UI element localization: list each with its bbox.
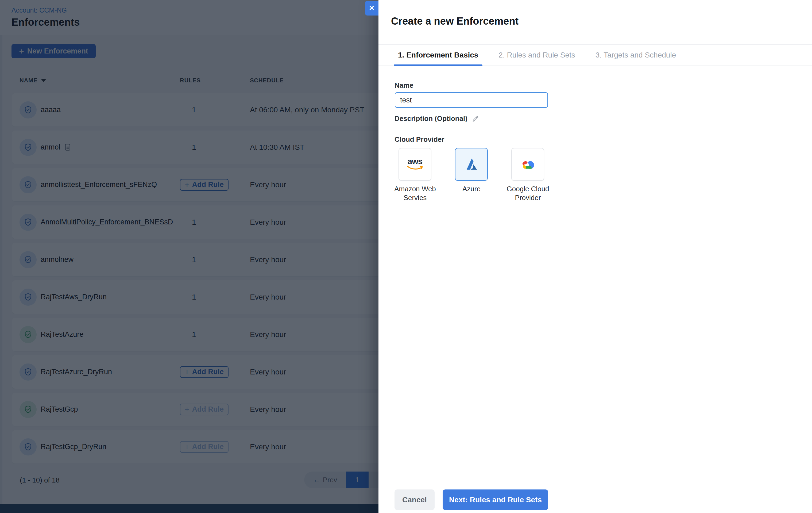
tab-targets-and-schedule[interactable]: 3. Targets and Schedule: [591, 45, 680, 65]
provider-card-aws[interactable]: aws: [399, 148, 431, 181]
name-input[interactable]: [395, 92, 548, 108]
provider-label-gcp: Google Cloud Provider: [495, 185, 560, 202]
provider-card-gcp[interactable]: [511, 148, 544, 181]
next-button[interactable]: Next: Rules and Rule Sets: [443, 489, 548, 510]
name-label: Name: [395, 81, 413, 89]
description-row: Description (Optional): [395, 114, 479, 123]
create-enforcement-modal: ✕ Create a new Enforcement 1. Enforcemen…: [378, 0, 812, 513]
edit-pencil-icon[interactable]: [472, 115, 479, 123]
tab-enforcement-basics[interactable]: 1. Enforcement Basics: [394, 45, 483, 65]
aws-logo-icon: aws: [407, 157, 424, 170]
provider-label-aws: Amazon Web Servies: [382, 185, 448, 202]
modal-title: Create a new Enforcement: [391, 16, 519, 27]
cloud-provider-label: Cloud Provider: [395, 135, 444, 144]
tab-rules-and-rule-sets[interactable]: 2. Rules and Rule Sets: [494, 45, 579, 65]
azure-logo-icon: [464, 157, 479, 172]
cancel-button[interactable]: Cancel: [395, 489, 435, 510]
provider-card-azure[interactable]: [455, 148, 488, 181]
provider-label-azure: Azure: [439, 185, 504, 193]
description-label: Description (Optional): [395, 114, 467, 123]
modal-actions: Cancel Next: Rules and Rule Sets: [378, 489, 812, 510]
modal-overlay[interactable]: [0, 0, 378, 513]
wizard-tabs: 1. Enforcement Basics 2. Rules and Rule …: [378, 45, 812, 66]
close-icon[interactable]: ✕: [365, 1, 378, 16]
app-root: Account: CCM-NG Enforcements + New Enfor…: [0, 0, 812, 513]
google-cloud-logo-icon: [520, 158, 536, 171]
